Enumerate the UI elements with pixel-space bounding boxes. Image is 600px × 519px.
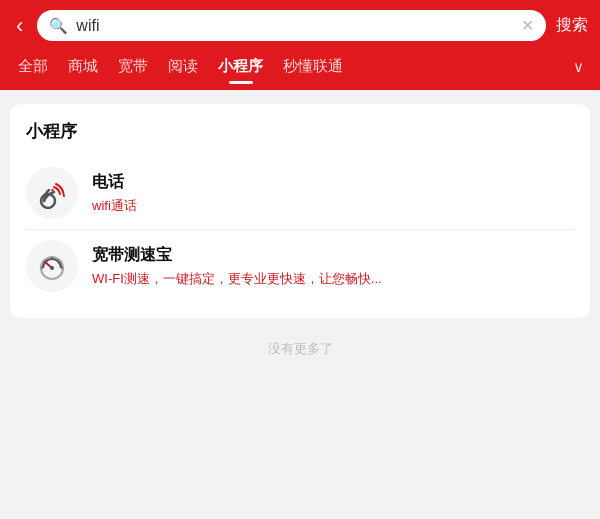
tab-broadband[interactable]: 宽带 [108,51,158,82]
item-name: 电话 [92,172,574,193]
tab-quick[interactable]: 秒懂联通 [273,51,353,82]
item-desc: wifi通话 [92,197,512,215]
tab-mall[interactable]: 商城 [58,51,108,82]
section-card: 小程序 电话 wifi通话 [10,104,590,318]
item-icon-phone [26,167,78,219]
svg-point-1 [51,189,53,191]
search-icon: 🔍 [49,17,68,35]
search-button[interactable]: 搜索 [556,15,588,36]
search-bar: 🔍 wifi ✕ [37,10,546,41]
item-text-speed: 宽带测速宝 WI-FI测速，一键搞定，更专业更快速，让您畅快... [92,245,574,288]
item-icon-speed [26,240,78,292]
tab-more-icon[interactable]: ∨ [565,52,592,82]
search-input[interactable]: wifi [76,17,513,35]
back-button[interactable]: ‹ [12,13,27,39]
header: ‹ 🔍 wifi ✕ 搜索 [0,0,600,51]
tab-bar: 全部 商城 宽带 阅读 小程序 秒懂联通 ∨ [0,51,600,90]
list-item[interactable]: 电话 wifi通话 [26,157,574,229]
tab-miniapp[interactable]: 小程序 [208,51,273,82]
section-title: 小程序 [26,120,574,143]
item-name: 宽带测速宝 [92,245,574,266]
list-item[interactable]: 宽带测速宝 WI-FI测速，一键搞定，更专业更快速，让您畅快... [26,229,574,302]
no-more-text: 没有更多了 [10,318,590,368]
item-text-phone: 电话 wifi通话 [92,172,574,215]
content-area: 小程序 电话 wifi通话 [0,90,600,382]
clear-icon[interactable]: ✕ [521,16,534,35]
tab-all[interactable]: 全部 [8,51,58,82]
svg-point-4 [50,266,54,270]
item-desc: WI-FI测速，一键搞定，更专业更快速，让您畅快... [92,270,512,288]
tab-reading[interactable]: 阅读 [158,51,208,82]
